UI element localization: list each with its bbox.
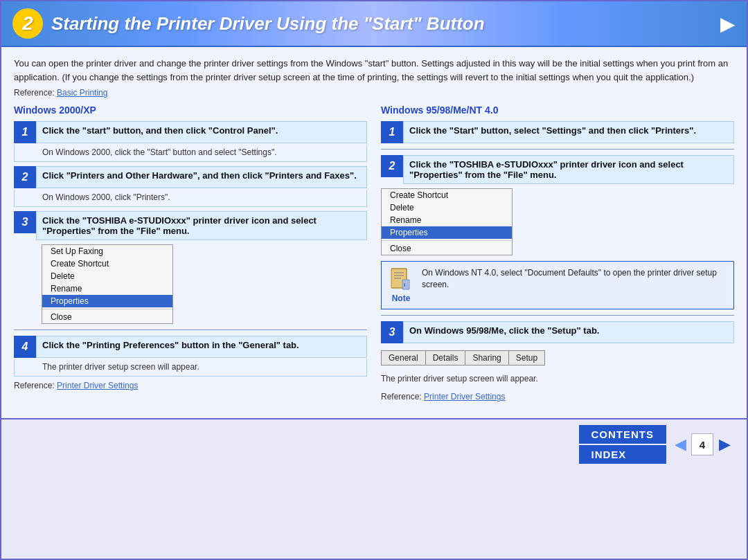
left-step-2-note: On Windows 2000, click "Printers".	[14, 190, 367, 207]
right-menu-separator	[382, 240, 512, 241]
left-step-4-number: 4	[14, 336, 36, 358]
right-menu-item-properties: Properties	[382, 226, 512, 239]
note-box: i Note On Windows NT 4.0, select "Docume…	[381, 261, 734, 309]
tab-details: Details	[426, 351, 466, 365]
left-step-3-text: Click the "TOSHIBA e-STUDIOxxx" printer …	[42, 215, 317, 236]
intro-reference: Reference: Basic Printing	[14, 88, 734, 98]
left-step-4-text: Click the "Printing Preferences" button …	[42, 340, 299, 350]
tab-bar-screenshot: General Details Sharing Setup	[381, 350, 545, 365]
right-menu-item-shortcut: Create Shortcut	[382, 189, 512, 201]
note-document-icon: i	[387, 267, 415, 292]
page-header: 2 Starting the Printer Driver Using the …	[1, 1, 747, 47]
prev-page-button[interactable]: ◀	[669, 433, 691, 455]
right-step-2: 2 Click the "TOSHIBA e-STUDIOxxx" printe…	[381, 155, 734, 184]
left-step-2-body: Click "Printers and Other Hardware", and…	[36, 166, 367, 188]
left-step-3-body: Click the "TOSHIBA e-STUDIOxxx" printer …	[36, 211, 367, 240]
right-step-2-text: Click the "TOSHIBA e-STUDIOxxx" printer …	[409, 159, 684, 180]
left-step-2-number: 2	[14, 166, 36, 188]
left-menu-item-shortcut: Create Shortcut	[42, 258, 172, 270]
page-footer: CONTENTS INDEX ◀ 4 ▶	[1, 418, 747, 469]
left-step-4-note: The printer driver setup screen will app…	[14, 359, 367, 377]
note-icon-area: i Note	[387, 267, 415, 303]
left-step-2: 2 Click "Printers and Other Hardware", a…	[14, 166, 367, 188]
right-step-3-text: On Windows 95/98/Me, click the "Setup" t…	[409, 325, 599, 336]
right-step-1-text: Click the "Start" button, select "Settin…	[409, 125, 696, 136]
left-step-1: 1 Click the "start" button, and then cli…	[14, 121, 367, 143]
right-step-3-number: 3	[381, 321, 403, 343]
header-arrow-icon: ▶	[720, 12, 736, 35]
left-menu-item-rename: Rename	[42, 282, 172, 295]
right-step-2-body: Click the "TOSHIBA e-STUDIOxxx" printer …	[403, 155, 734, 184]
note-label: Note	[387, 293, 415, 303]
right-step-3-note: The printer driver setup screen will app…	[381, 371, 734, 388]
left-col-header: Windows 2000/XP	[14, 105, 367, 116]
index-button[interactable]: INDEX	[579, 445, 667, 464]
tab-sharing: Sharing	[465, 351, 508, 365]
left-step-1-body: Click the "start" button, and then click…	[36, 121, 367, 143]
two-column-layout: Windows 2000/XP 1 Click the "start" butt…	[14, 105, 734, 408]
right-step-2-number: 2	[381, 155, 403, 177]
left-step-4-body: Click the "Printing Preferences" button …	[36, 336, 367, 358]
right-step-1: 1 Click the "Start" button, select "Sett…	[381, 121, 734, 143]
svg-text:i: i	[404, 282, 405, 288]
right-divider-2	[381, 315, 734, 316]
right-column: Windows 95/98/Me/NT 4.0 1 Click the "Sta…	[381, 105, 734, 408]
contents-button[interactable]: CONTENTS	[579, 425, 667, 444]
left-step-1-number: 1	[14, 121, 36, 143]
left-step-1-text: Click the "start" button, and then click…	[42, 125, 278, 136]
right-step-1-number: 1	[381, 121, 403, 143]
tab-general: General	[382, 351, 426, 365]
left-context-menu: Set Up Faxing Create Shortcut Delete Ren…	[42, 244, 173, 324]
left-divider	[14, 329, 367, 330]
left-step-2-text: Click "Printers and Other Hardware", and…	[42, 170, 357, 181]
right-menu-item-delete: Delete	[382, 201, 512, 214]
left-step-1-note: On Windows 2000, click the "Start" butto…	[14, 145, 367, 162]
intro-paragraph: You can open the printer driver and chan…	[14, 57, 734, 84]
note-text: On Windows NT 4.0, select "Document Defa…	[422, 267, 728, 291]
left-step-3-number: 3	[14, 211, 36, 233]
left-menu-item-delete: Delete	[42, 270, 172, 282]
basic-printing-link[interactable]: Basic Printing	[57, 88, 107, 98]
right-printer-driver-link[interactable]: Printer Driver Settings	[424, 392, 505, 401]
tab-setup: Setup	[509, 351, 544, 365]
left-menu-separator	[42, 309, 172, 309]
left-menu-item-faxing: Set Up Faxing	[42, 245, 172, 258]
left-step-4: 4 Click the "Printing Preferences" butto…	[14, 336, 367, 358]
footer-nav: ◀ 4 ▶	[669, 433, 736, 455]
next-page-button[interactable]: ▶	[713, 433, 736, 455]
right-menu-item-rename: Rename	[382, 214, 512, 226]
left-step-3: 3 Click the "TOSHIBA e-STUDIOxxx" printe…	[14, 211, 367, 240]
page-number: 4	[691, 433, 713, 455]
footer-buttons: CONTENTS INDEX	[579, 425, 667, 464]
left-column: Windows 2000/XP 1 Click the "start" butt…	[14, 105, 367, 408]
left-menu-item-properties: Properties	[42, 295, 172, 307]
right-col-header: Windows 95/98/Me/NT 4.0	[381, 105, 734, 116]
right-step-3: 3 On Windows 95/98/Me, click the "Setup"…	[381, 321, 734, 343]
right-step-3-body: On Windows 95/98/Me, click the "Setup" t…	[403, 321, 734, 343]
left-reference: Reference: Printer Driver Settings	[14, 381, 367, 390]
right-reference: Reference: Printer Driver Settings	[381, 392, 734, 401]
left-printer-driver-link[interactable]: Printer Driver Settings	[57, 381, 138, 390]
right-context-menu: Create Shortcut Delete Rename Properties…	[381, 188, 513, 255]
page-title: Starting the Printer Driver Using the "S…	[51, 13, 485, 35]
right-menu-item-close: Close	[382, 242, 512, 255]
right-divider-1	[381, 149, 734, 150]
left-menu-item-close: Close	[42, 311, 172, 323]
main-content: You can open the printer driver and chan…	[1, 47, 747, 418]
right-step-1-body: Click the "Start" button, select "Settin…	[403, 121, 734, 143]
step-number-badge: 2	[12, 8, 43, 39]
